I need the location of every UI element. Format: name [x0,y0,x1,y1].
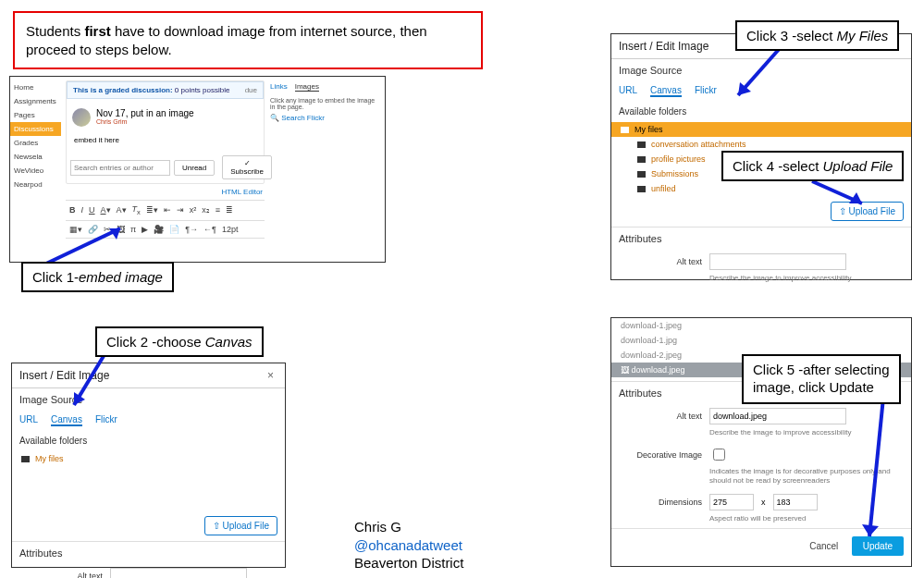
callout-text: Click 4 -select [733,158,823,174]
nav-item[interactable]: Pages [10,108,61,122]
width-input[interactable] [709,494,754,510]
subscribe-button[interactable]: ✓ Subscribe [222,155,272,179]
notice-b: 0 points possible [175,86,230,94]
rce-sidebar: Links Images Click any image to embed th… [270,80,381,122]
tab-url[interactable]: URL [19,414,38,426]
outdent-icon[interactable]: ⇤ [164,205,171,215]
callout-em: My Files [837,28,889,43]
nav-item[interactable]: Home [10,80,61,94]
alt-text-row: Alt text [611,250,911,274]
height-input[interactable] [773,494,818,510]
numlist-icon[interactable]: ≣ [226,205,233,215]
apps-icon[interactable]: 📄 [169,225,179,234]
folder-icon [637,156,646,163]
italic-icon[interactable]: I [81,205,84,215]
author-org: Beaverton District [354,554,463,572]
file-item[interactable]: download-1.jpeg [611,318,911,333]
section-attributes: Attributes [12,542,285,564]
clear-format-icon[interactable]: Tx [132,204,141,216]
tab-canvas[interactable]: Canvas [650,85,682,97]
sidebar-hint: Click any image to embed the image in th… [270,93,381,114]
subfolder[interactable]: conversation attachments [628,137,911,152]
svg-marker-9 [862,524,879,536]
html-editor-link[interactable]: HTML Editor [66,184,265,200]
arrow-step-4 [805,176,879,213]
insert-edit-panel-step2: Insert / Edit Image× Image Source URL Ca… [11,363,286,568]
source-tabs: URL Canvas Flickr [12,411,285,430]
callout-em: embed image [79,269,163,285]
align-icon[interactable]: ≣▾ [146,205,158,215]
search-flickr-link[interactable]: 🔍 Search Flickr [270,114,381,122]
arrow-step-5 [832,393,906,550]
tab-flickr[interactable]: Flickr [695,85,717,97]
callout-text: Click 2 -choose [106,334,205,350]
folder-my-files[interactable]: My files [12,451,285,466]
txt-bold: first [84,23,110,39]
due-label: due [245,86,257,94]
super-icon[interactable]: x² [190,205,197,215]
decorative-label: Decorative Image [619,450,702,460]
callout-text: image, click Update [753,379,874,395]
discussion-body: embed it here [67,132,264,152]
tab-flickr[interactable]: Flickr [95,414,117,426]
nav-item[interactable]: Newsela [10,150,61,164]
alt-text-input[interactable] [709,408,846,424]
nav-item[interactable]: WeVideo [10,164,61,178]
bg-color-icon[interactable]: A▾ [117,205,127,215]
folder-icon [621,127,629,133]
upload-file-button[interactable]: ⇧ Upload File [204,516,277,535]
folder-my-files-open[interactable]: My files [611,122,911,137]
x-sep: x [761,498,766,507]
close-icon[interactable]: × [264,369,277,382]
nav-item[interactable]: Grades [10,136,61,150]
author-handle[interactable]: @ohcanadatweet [354,537,462,553]
tab-url[interactable]: URL [619,85,637,97]
underline-icon[interactable]: U [89,205,95,215]
decorative-checkbox[interactable] [713,449,725,461]
course-nav: Home Assignments Pages Discussions Grade… [10,77,61,191]
list-icon[interactable]: ≡ [216,205,220,215]
tab-images[interactable]: Images [295,82,319,92]
alt-text-label: Alt text [619,412,702,421]
font-size-select[interactable]: 12pt [222,225,239,234]
svg-line-0 [46,228,120,264]
indent-icon[interactable]: ⇥ [177,205,184,215]
nav-item[interactable]: Assignments [10,94,61,108]
folder-icon [637,171,646,178]
nav-item-active[interactable]: Discussions [10,122,61,136]
discussion-title: Nov 17, put in an image [96,108,194,118]
txt: Students [26,23,84,39]
instruction-page: { "redbox": { "text_before": "Students "… [0,0,924,578]
alt-hint: Describe the image to improve accessibil… [611,274,911,288]
bold-icon[interactable]: B [69,205,76,215]
discussion-main: This is a graded discussion: 0 points po… [66,80,265,239]
text-color-icon[interactable]: A▾ [101,205,111,215]
section-attributes: Attributes [611,228,911,250]
banner-text: Students first have to download image fr… [26,23,427,57]
callout-step-4: Click 4 -select Upload File [721,151,904,181]
callout-step-3: Click 3 -select My Files [735,20,899,51]
sub-icon[interactable]: x₂ [202,205,210,215]
rtl-icon[interactable]: ←¶ [203,225,216,234]
callout-text: Click 3 -select [746,28,837,43]
alt-text-row: Alt text [12,564,285,578]
record-icon[interactable]: 🎥 [154,225,164,234]
folder-icon [637,141,646,148]
ltr-icon[interactable]: ¶→ [185,225,198,234]
callout-em: Upload File [823,158,893,174]
alt-text-input[interactable] [110,568,247,578]
alt-text-input[interactable] [709,253,846,270]
media-icon[interactable]: ▶ [142,225,148,234]
notice-a: This is a graded discussion: [73,86,173,94]
tab-canvas[interactable]: Canvas [51,414,82,426]
unread-button[interactable]: Unread [174,160,215,176]
file-item[interactable]: download-1.jpg [611,333,911,348]
tab-links[interactable]: Links [270,82,288,92]
nav-item[interactable]: Nearpod [10,178,61,191]
folder-icon [21,456,30,462]
folder-icon [637,186,646,192]
author-credit: Chris G @ohcanadatweet Beaverton Distric… [354,518,463,572]
callout-text: Click 5 -after selecting [753,362,890,377]
search-input[interactable] [70,160,170,176]
callout-step-2: Click 2 -choose Canvas [95,326,264,357]
